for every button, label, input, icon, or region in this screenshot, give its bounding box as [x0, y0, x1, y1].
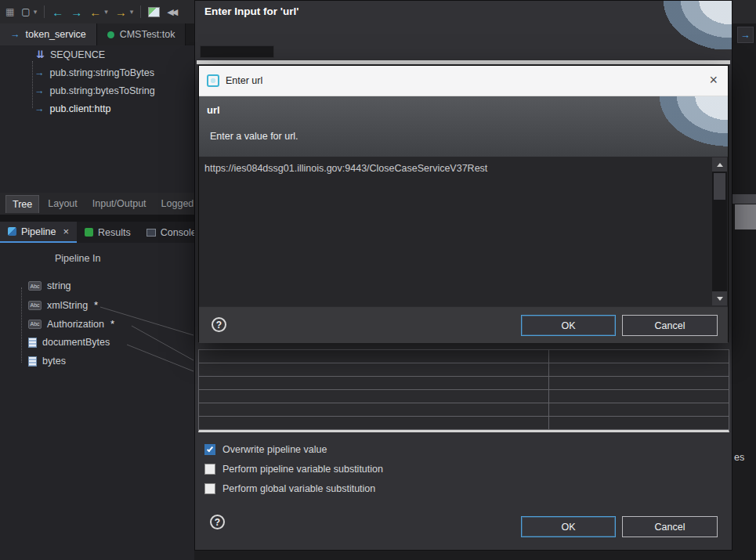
flow-step-stringtobytes[interactable]: → pub.string:stringToBytes	[34, 67, 154, 78]
application-logo-icon	[207, 74, 219, 87]
tab-pipeline[interactable]: Pipeline ×	[0, 222, 77, 243]
grid-icon[interactable]: ▦	[5, 7, 14, 16]
string-type-icon: Abc	[28, 281, 42, 291]
service-arrow-icon: →	[740, 30, 751, 41]
tab-label: token_service	[26, 29, 86, 40]
pipeline-var-label: xmlString	[47, 300, 88, 311]
pipeline-var-authorization[interactable]: Abc Authorization *	[28, 318, 114, 330]
sequence-icon: ⇊	[36, 49, 45, 60]
tab-layout[interactable]: Layout	[42, 195, 84, 212]
dialog-header-band: url Enter a value for url.	[199, 96, 728, 157]
chevron-down-icon[interactable]: ▾	[34, 9, 38, 16]
table-row[interactable]	[199, 350, 729, 363]
help-icon[interactable]: ?	[212, 317, 226, 332]
tab-results[interactable]: Results	[77, 222, 139, 243]
pipeline-var-xmlstring[interactable]: Abc xmlString *	[28, 299, 98, 311]
scrollbar[interactable]	[712, 157, 727, 305]
pipeline-var-label: bytes	[42, 356, 66, 367]
checkbox-label: Perform global variable substitution	[222, 483, 375, 494]
toolbar-divider	[44, 5, 45, 18]
modified-star-icon: *	[94, 299, 98, 311]
window-icon[interactable]: ▢	[21, 7, 30, 16]
string-type-icon: Abc	[28, 301, 42, 310]
scroll-up-button[interactable]	[712, 157, 727, 172]
flow-step-bytestostring[interactable]: → pub.string:bytesToString	[34, 85, 155, 96]
tab-token-service[interactable]: → token_service	[0, 23, 97, 45]
help-icon[interactable]: ?	[210, 515, 225, 529]
global-variable-substitution-checkbox[interactable]	[204, 483, 215, 494]
inner-window-edge	[197, 60, 730, 64]
cancel-button[interactable]: Cancel	[622, 315, 718, 336]
back-dropdown-icon[interactable]: ▾	[104, 9, 108, 16]
bytes-type-icon	[28, 338, 37, 348]
dialog-title-bar: Enter url ×	[199, 66, 728, 96]
table-row[interactable]	[199, 390, 729, 403]
right-panel-fragment	[732, 194, 756, 204]
table-tool-icon[interactable]	[148, 7, 160, 17]
pipeline-var-label: string	[47, 280, 71, 291]
flow-step-sequence[interactable]: ⇊ SEQUENCE	[36, 49, 105, 60]
flow-step-label: pub.string:stringToBytes	[50, 67, 154, 78]
corner-decoration	[638, 1, 732, 49]
panel-divider	[0, 215, 194, 222]
overwrite-pipeline-value-checkbox[interactable]	[204, 444, 215, 455]
tab-label: CMSTest:tok	[120, 29, 175, 40]
pipeline-var-string[interactable]: Abc string	[28, 280, 71, 291]
flow-step-label: pub.client:http	[50, 103, 111, 114]
application-window: ▦ ▢ ▾ ← → ← ▾ → ▾ ◀◀ → token_service CMS…	[0, 0, 756, 560]
background-field-fragment	[200, 45, 274, 58]
tab-input-output[interactable]: Input/Output	[86, 195, 153, 212]
back-arrow-icon[interactable]: ←	[89, 6, 101, 18]
field-name-heading: url	[207, 104, 220, 116]
dialog-title: Enter Input for 'url'	[204, 5, 298, 17]
checkbox-label: Perform pipeline variable substitution	[222, 464, 383, 475]
tab-label: Console	[161, 227, 197, 238]
flow-step-clienthttp[interactable]: → pub.client:http	[34, 103, 110, 114]
nav-back-icon[interactable]: ←	[52, 6, 63, 18]
pipeline-variable-substitution-checkbox[interactable]	[204, 464, 215, 475]
close-tab-icon[interactable]: ×	[63, 226, 69, 237]
ok-button[interactable]: OK	[521, 516, 616, 537]
tab-cmstest[interactable]: CMSTest:tok	[97, 23, 186, 45]
collapse-left-icon[interactable]: ◀◀	[167, 8, 175, 16]
scrollbar-thumb[interactable]	[714, 173, 725, 200]
results-icon	[85, 228, 93, 237]
pipeline-variable-substitution-row: Perform pipeline variable substitution	[204, 464, 383, 475]
toolbar-divider	[140, 5, 141, 18]
corner-decoration	[626, 96, 728, 157]
triangle-down-icon	[717, 297, 723, 301]
service-arrow-icon: →	[34, 85, 45, 96]
bytes-type-icon	[28, 356, 37, 367]
tab-label: Results	[98, 227, 131, 238]
flow-step-label: pub.string:bytesToString	[50, 85, 155, 96]
cancel-button[interactable]: Cancel	[622, 516, 718, 537]
view-tab-bar: Tree Layout Input/Output Logged	[0, 193, 194, 215]
string-type-icon: Abc	[28, 320, 42, 329]
tree-guide-line	[21, 287, 22, 363]
ok-button[interactable]: OK	[521, 315, 616, 336]
tab-label: Pipeline	[21, 226, 56, 237]
pipeline-var-bytes[interactable]: bytes	[28, 356, 66, 367]
table-row[interactable]	[199, 363, 729, 377]
tab-logged[interactable]: Logged	[155, 195, 201, 212]
console-icon	[146, 229, 156, 237]
url-input-value: https://ies084dssg01.illinois.gov:9443/C…	[204, 163, 487, 174]
forward-arrow-icon[interactable]: →	[115, 6, 127, 18]
scroll-down-button[interactable]	[712, 291, 727, 305]
palette-arrow-button[interactable]: →	[737, 27, 754, 43]
forward-dropdown-icon[interactable]: ▾	[130, 9, 134, 16]
tab-tree[interactable]: Tree	[5, 195, 39, 213]
check-icon	[207, 446, 213, 453]
table-row[interactable]	[199, 377, 729, 390]
table-row[interactable]	[199, 417, 729, 430]
table-row[interactable]	[199, 403, 729, 417]
tree-guide-line	[32, 61, 33, 108]
url-input[interactable]: https://ies084dssg01.illinois.gov:9443/C…	[199, 157, 728, 306]
modified-star-icon: *	[110, 318, 114, 330]
right-panel-fragment	[735, 204, 756, 229]
close-icon[interactable]: ×	[709, 70, 718, 90]
pipeline-var-documentbytes[interactable]: documentBytes	[28, 337, 110, 348]
nav-forward-icon[interactable]: →	[71, 6, 82, 18]
dialog-footer: ? OK Cancel	[199, 306, 728, 343]
global-variable-substitution-row: Perform global variable substitution	[204, 483, 375, 494]
